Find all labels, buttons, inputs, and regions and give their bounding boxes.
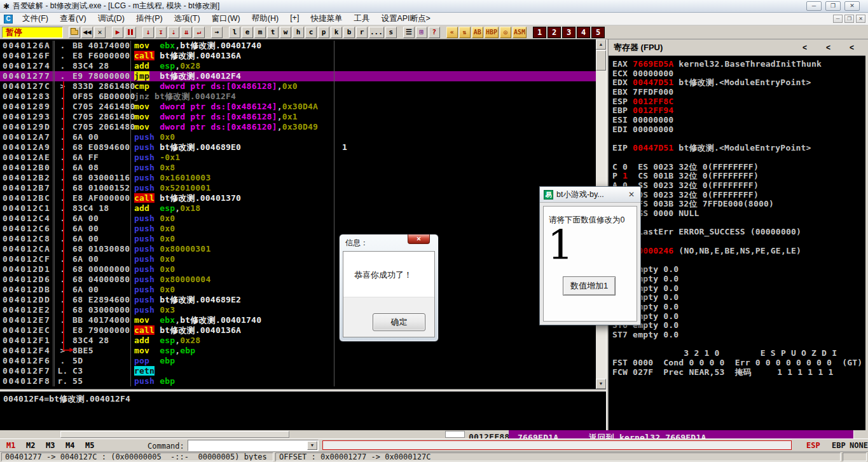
register-row-29[interactable]: ST7 empty 0.0 (612, 330, 865, 340)
ab-analysis-button[interactable]: AB (472, 27, 483, 38)
disasm-row-004012CA[interactable]: 004012CA.68 01030080push 0x80000301 (0, 244, 596, 254)
tab-m4[interactable]: M4 (65, 441, 74, 450)
disasm-row-004012A9[interactable]: 004012A9.68 E0894600push bt修改测.004689E01 (0, 142, 596, 153)
disasm-row-004012F8[interactable]: 004012F8r.55push ebp (0, 376, 596, 386)
target-button[interactable]: ◎ (500, 27, 511, 38)
execute-till-user-code-button[interactable]: → (211, 27, 223, 38)
desktop-5-button[interactable]: 5 (591, 27, 605, 38)
call-stack-button[interactable]: k (331, 27, 342, 38)
handles-button[interactable]: h (293, 27, 304, 38)
disasm-row-004012CF[interactable]: 004012CF.6A 00push 0x0 (0, 254, 596, 264)
log-window-button[interactable]: l (229, 27, 240, 38)
minimize-button[interactable]: ─ (806, 1, 822, 11)
breakpoints-button[interactable]: b (343, 27, 355, 38)
references-button[interactable]: r (356, 27, 368, 38)
desktop-3-button[interactable]: 3 (562, 27, 575, 38)
ok-button[interactable]: 确定 (373, 313, 425, 331)
register-row-14[interactable]: Z 1 DS 0023 32位 0(FFFFFFFF) (612, 191, 865, 200)
register-row-5[interactable]: EBP 0012FF94 (612, 106, 865, 116)
game-close-icon[interactable]: ✕ (626, 190, 637, 199)
run-button[interactable]: ▶ (112, 27, 123, 38)
menu-item-7[interactable]: [+] (284, 12, 305, 25)
tab-m2[interactable]: M2 (26, 441, 35, 450)
windows-button[interactable]: w (280, 27, 291, 38)
register-row-11[interactable]: C 0 ES 0023 32位 0(FFFFFFFF) (612, 163, 865, 172)
stack-selected-row[interactable]: 7669ED1A 返回到 kernel32.7669ED1A (509, 430, 853, 438)
command-dropdown-icon[interactable]: ▼ (307, 441, 317, 450)
register-row-33[interactable]: FCW 027F Prec NEAR,53 掩码 1 1 1 1 1 1 (612, 368, 865, 377)
command-input[interactable]: ▼ (188, 440, 319, 451)
run-trace-button[interactable]: ... (369, 27, 384, 38)
disasm-row-004012EC[interactable]: 004012EC.E8 79000000call bt修改测.0040136A (0, 325, 596, 336)
register-row-22[interactable]: ST0 empty 0.0 (612, 265, 865, 275)
jump-updown-button[interactable]: ⇅ (459, 27, 471, 38)
mdi-minimize-button[interactable]: ─ (833, 15, 843, 23)
disasm-row-004012C6[interactable]: 004012C6.6A 00push 0x0 (0, 224, 596, 234)
executable-modules-button[interactable]: e (242, 27, 253, 38)
menu-item-10[interactable]: 设置API断点> (375, 12, 436, 25)
disasm-row-004012F7[interactable]: 004012F7L.C3retn (0, 366, 596, 376)
registers-collapse-button-2[interactable]: < (850, 43, 854, 52)
register-row-32[interactable]: FST 0000 Cond 0 0 0 0 Err 0 0 0 0 0 0 0 … (612, 358, 865, 368)
trace-into-button[interactable]: ⇣ (168, 27, 179, 38)
register-row-0[interactable]: EAX 7669ED5A kernel32.BaseThreadInitThun… (612, 60, 865, 69)
register-row-23[interactable]: ST1 empty 0.0 (612, 275, 865, 284)
register-row-25[interactable]: ST3 empty 0.0 (612, 293, 865, 302)
source-button[interactable]: s (385, 27, 397, 38)
menu-item-5[interactable]: 窗口(W) (206, 12, 246, 25)
disasm-row-004012D6[interactable]: 004012D6.68 04000080push 0x80000004 (0, 275, 596, 285)
memory-map-button[interactable]: m (254, 27, 266, 38)
disasm-row-004012B0[interactable]: 004012B0.6A 08push 0x8 (0, 163, 596, 173)
jump-back-button[interactable]: « (446, 27, 458, 38)
desktop-1-button[interactable]: 1 (533, 27, 546, 38)
register-row-2[interactable]: EDX 00447D51 bt修改测.<ModuleEntryPoint> (612, 78, 865, 88)
message-close-button[interactable]: ✕ (408, 234, 430, 244)
patches-button[interactable]: p (318, 27, 329, 38)
register-row-1[interactable]: ECX 00000000 (612, 69, 865, 79)
register-row-3[interactable]: EBX 7FFDF000 (612, 88, 865, 97)
register-row-24[interactable]: ST2 empty 0.0 (612, 284, 865, 294)
scroll-up-icon[interactable]: ▲ (596, 39, 606, 50)
ebp-indicator[interactable]: EBP (832, 441, 846, 450)
trace-over-button[interactable]: ⇊ (181, 27, 192, 38)
register-row-9[interactable]: EIP 00447D51 bt修改测.<ModuleEntryPoint> (612, 144, 865, 153)
menu-item-0[interactable]: 文件(F) (17, 12, 54, 25)
threads-button[interactable]: t (267, 27, 279, 38)
register-row-12[interactable]: P 1 CS 001B 32位 0(FFFFFFFF) (612, 172, 865, 181)
mdi-close-button[interactable]: ✕ (856, 15, 865, 23)
scrollbar-thumb[interactable] (596, 50, 606, 71)
register-row-20[interactable]: EFL 00000246 (NO,NB,E,BE,NS,PE,GE,LE) (612, 247, 865, 256)
disasm-row-004012DD[interactable]: 004012DD.68 E2894600push bt修改测.004689E2 (0, 295, 596, 305)
disasm-row-004012A7[interactable]: 004012A7.6A 00push 0x0 (0, 132, 596, 142)
none-indicator[interactable]: NONE (850, 441, 868, 450)
disasm-row-00401277[interactable]: 00401277.E9 78000000jmp bt修改测.004012F4 (0, 71, 596, 81)
increment-value-button[interactable]: 数值增加1 (563, 276, 616, 296)
help-button[interactable]: ? (429, 27, 440, 38)
disasm-row-00401289[interactable]: 00401289.C705 2461480mov dword ptr ds:[0… (0, 102, 596, 112)
disasm-row-004012DB[interactable]: 004012DB.6A 00push 0x0 (0, 285, 596, 295)
disasm-row-004012F1[interactable]: 004012F1.83C4 28add esp,0x28 (0, 336, 596, 346)
scroll-down-icon[interactable]: ▼ (596, 379, 606, 389)
register-row-15[interactable]: S 0 FS 003B 32位 7FFDE000(8000) (612, 200, 865, 209)
hbp-button[interactable]: HBP (485, 27, 499, 38)
tab-m3[interactable]: M3 (46, 441, 55, 450)
menu-item-3[interactable]: 插件(P) (130, 12, 169, 25)
restore-button[interactable]: ❐ (825, 1, 841, 11)
asm-button[interactable]: ASM (513, 27, 527, 38)
desktop-2-button[interactable]: 2 (548, 27, 561, 38)
log-list-button[interactable]: ☰ (403, 27, 415, 38)
disasm-row-004012C1[interactable]: 004012C1.83C4 18add esp,0x18 (0, 203, 596, 214)
close-window-button[interactable]: ✕ (94, 27, 106, 38)
register-row-17[interactable]: D 0 (612, 219, 865, 228)
disasm-row-004012E2[interactable]: 004012E2.68 03000000push 0x3 (0, 305, 596, 315)
desktop-4-button[interactable]: 4 (577, 27, 590, 38)
register-row-18[interactable]: O 0 LastErr ERROR_SUCCESS (00000000) (612, 228, 865, 237)
menu-item-1[interactable]: 查看(V) (54, 12, 92, 25)
disasm-row-004012D1[interactable]: 004012D1.68 00000000push 0x0 (0, 264, 596, 275)
register-row-28[interactable]: ST6 empty 0.0 (612, 321, 865, 330)
registers-collapse-button-1[interactable]: < (826, 43, 830, 52)
disasm-row-0040126A[interactable]: 0040126A.BB 40174000mov ebx,bt修改测.004017… (0, 41, 596, 51)
menu-item-2[interactable]: 调试(D) (92, 12, 130, 25)
pause-button[interactable] (125, 27, 136, 38)
esp-indicator[interactable]: ESP (806, 441, 820, 450)
